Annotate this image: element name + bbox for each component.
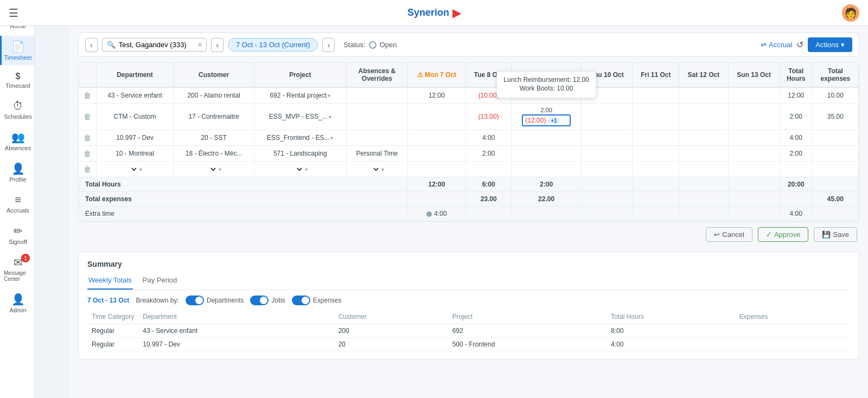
toggle-expenses-switch[interactable]	[292, 296, 310, 305]
cancel-button[interactable]: ↩ Cancel	[706, 227, 752, 242]
toggle-departments-label: Departments	[207, 297, 244, 304]
col-sun: Sun 13 Oct	[728, 63, 780, 87]
status-dot	[369, 41, 376, 49]
wed-amount: (12.00)	[525, 117, 546, 124]
cust-select-new[interactable]	[207, 165, 218, 174]
sidebar-label-accruals: Accruals	[7, 207, 29, 214]
period-nav-prev[interactable]: ‹	[211, 38, 224, 52]
extra-dot	[426, 211, 432, 217]
total-hours-exp	[812, 177, 858, 192]
approve-button[interactable]: ✓ Approve	[758, 227, 808, 242]
refresh-button[interactable]: ↺	[796, 40, 803, 50]
wed-2[interactable]: Lunch Reimbursement: 12.00 Work Boots: 1…	[512, 104, 582, 130]
sidebar-item-message[interactable]: ✉ 1 Message Center	[0, 252, 34, 286]
proj-chevron-3[interactable]: ▾	[330, 135, 333, 141]
sum-dept-2: 10.997 - Dev	[138, 338, 334, 351]
sidebar-item-absences[interactable]: 👥 Absences	[0, 126, 34, 156]
period-nav-next[interactable]: ›	[322, 38, 335, 52]
total-exp-total	[780, 192, 812, 207]
actions-button[interactable]: Actions ▾	[808, 37, 852, 52]
sidebar-item-timesheet[interactable]: 📄 Timesheet	[0, 36, 34, 65]
total-exp-thu	[582, 192, 633, 207]
save-button[interactable]: 💾 Save	[814, 227, 857, 242]
sum-exp-2	[735, 338, 850, 351]
delete-row-2[interactable]: 🗑	[84, 112, 91, 121]
col-total-hours: TotalHours	[780, 63, 812, 87]
filter-icon[interactable]: ≡	[198, 41, 202, 49]
proj-chevron-1[interactable]: ▾	[328, 93, 330, 99]
toggle-jobs[interactable]: Jobs	[250, 296, 285, 305]
sidebar-item-profile[interactable]: 👤 Profile	[0, 158, 34, 187]
absences-icon: 👥	[11, 131, 25, 144]
delete-add-row[interactable]: 🗑	[84, 165, 91, 174]
total-hours-tue: 6:00	[466, 177, 512, 192]
accrual-button[interactable]: ⇌ Accrual	[761, 41, 792, 49]
abs-select-new[interactable]	[369, 165, 380, 174]
sum-col-hours: Total Hours	[607, 311, 735, 324]
period-label: 7 Oct - 13 Oct (Current)	[236, 41, 310, 49]
sidebar-label-admin: Admin	[9, 307, 26, 313]
delete-row-4[interactable]: 🗑	[84, 149, 91, 158]
total-exp-3	[812, 130, 858, 146]
dept-select-new[interactable]	[127, 165, 138, 174]
proj-select-new[interactable]	[293, 165, 304, 174]
toggle-departments[interactable]: Departments	[186, 296, 244, 305]
abs-4: Personal Time	[346, 146, 407, 162]
sidebar-item-signoff[interactable]: ✏ Signoff	[0, 220, 34, 249]
total-exp-sun	[728, 192, 780, 207]
tue-1: (10.00)	[466, 87, 512, 104]
sidebar-item-timecard[interactable]: $ Timecard	[0, 67, 34, 93]
hamburger-icon[interactable]: ☰	[9, 7, 18, 20]
main-content: ‹ 🔍 ≡ ‹ 7 Oct - 13 Oct (Current) › Statu…	[69, 26, 868, 398]
sidebar-item-admin[interactable]: 👤 Admin	[0, 288, 34, 318]
mon-4	[407, 146, 465, 162]
wed-more-icon[interactable]: ⋮	[562, 118, 567, 124]
nav-prev-button[interactable]: ‹	[85, 38, 98, 52]
total-exp-tue: 23.00	[466, 192, 512, 207]
cust-3: 20 - SST	[174, 130, 254, 146]
fri-1	[633, 87, 679, 104]
toggle-jobs-switch[interactable]	[250, 296, 269, 305]
delete-row-3[interactable]: 🗑	[84, 133, 91, 142]
avatar[interactable]: 🧑	[842, 4, 859, 22]
total-exp-sat	[679, 192, 728, 207]
total-exp-mon	[407, 192, 465, 207]
total-exp-1: 10.00	[812, 87, 858, 104]
sidebar-item-schedules[interactable]: ⏱ Schedules	[0, 95, 34, 124]
toggle-expenses[interactable]: Expenses	[292, 296, 342, 305]
period-selector[interactable]: 7 Oct - 13 Oct (Current)	[228, 38, 318, 52]
thu-4	[582, 146, 633, 162]
sidebar-item-accruals[interactable]: ≡ Accruals	[0, 189, 34, 218]
proj-3: ESS_Frontend - ES... ▾	[254, 130, 346, 146]
thu-2	[582, 104, 633, 130]
mon-1[interactable]: 12:00	[407, 87, 465, 104]
wed-cell-input[interactable]: (12.00) +1 ⋮	[522, 114, 570, 126]
sum-proj-1: 692	[448, 324, 607, 338]
total-hours-fri	[633, 177, 679, 192]
proj-chevron-2[interactable]: ▾	[329, 114, 331, 120]
filter-row: 7 Oct - 13 Oct Breakdown by: Departments…	[87, 296, 850, 305]
wed-badge: +1	[548, 117, 559, 124]
search-input[interactable]	[119, 41, 195, 49]
col-project: Project	[254, 63, 346, 87]
delete-row-1[interactable]: 🗑	[84, 91, 91, 100]
sun-4	[728, 146, 780, 162]
approve-icon: ✓	[766, 230, 772, 239]
accrual-icon: ⇌	[761, 41, 767, 49]
toggle-jobs-label: Jobs	[271, 297, 285, 304]
tab-pay-period[interactable]: Pay Period	[142, 274, 178, 290]
add-row: 🗑 ▾ ▾	[79, 162, 859, 177]
total-hours-mon: 12:00	[407, 177, 465, 192]
total-exp-2: 35.00	[812, 104, 858, 130]
sum-dept-1: 43 - Service enfant	[138, 324, 334, 338]
total-hours-2: 2:00	[780, 104, 812, 130]
sidebar-label-absences: Absences	[5, 145, 31, 151]
total-hours-thu	[582, 177, 633, 192]
sidebar-label-profile: Profile	[9, 176, 26, 183]
total-hours-3: 4:00	[780, 130, 812, 146]
thu-3	[582, 130, 633, 146]
tab-weekly-totals[interactable]: Weekly Totals	[87, 274, 133, 290]
toggle-departments-switch[interactable]	[186, 296, 204, 305]
fri-3	[633, 130, 679, 146]
summary-section: Summary Weekly Totals Pay Period 7 Oct -…	[78, 252, 859, 360]
